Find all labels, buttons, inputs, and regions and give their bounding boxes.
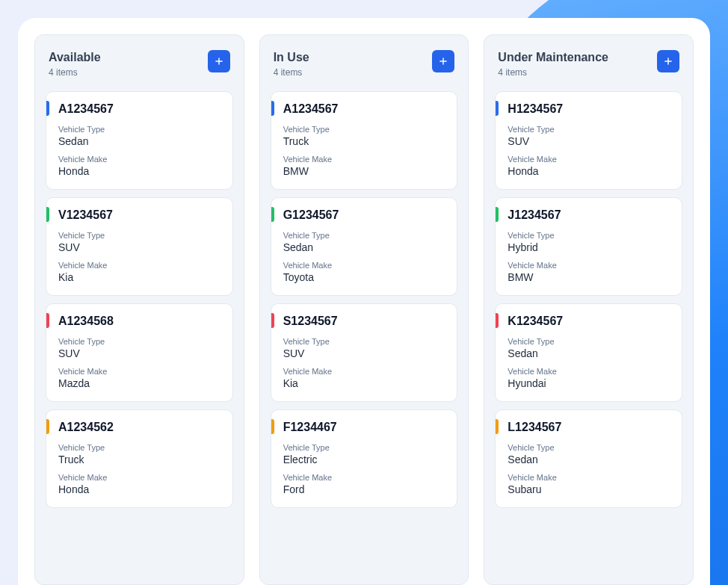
field-label: Vehicle Make: [283, 261, 445, 270]
field-vehicle-make: Vehicle Make BMW: [283, 155, 445, 177]
status-stripe: [46, 207, 49, 222]
column-available: Available 4 items A1234567 Vehicle Type …: [34, 34, 244, 585]
status-stripe: [46, 313, 49, 328]
field-label: Vehicle Type: [508, 337, 670, 346]
vehicle-card[interactable]: A1234568 Vehicle Type SUV Vehicle Make M…: [46, 303, 233, 402]
vehicle-card[interactable]: L1234567 Vehicle Type Sedan Vehicle Make…: [495, 409, 682, 508]
vehicle-card[interactable]: A1234562 Vehicle Type Truck Vehicle Make…: [46, 409, 233, 508]
field-value: BMW: [283, 165, 445, 177]
field-value: Truck: [58, 454, 220, 465]
field-label: Vehicle Type: [283, 231, 445, 240]
card-list: H1234567 Vehicle Type SUV Vehicle Make H…: [495, 91, 682, 508]
field-vehicle-type: Vehicle Type SUV: [283, 337, 445, 359]
field-label: Vehicle Make: [58, 261, 220, 270]
vehicle-id: A1234562: [58, 421, 220, 434]
field-vehicle-type: Vehicle Type Sedan: [508, 337, 670, 359]
vehicle-card[interactable]: G1234567 Vehicle Type Sedan Vehicle Make…: [271, 197, 458, 296]
field-value: Subaru: [508, 483, 670, 495]
plus-icon: [214, 56, 224, 66]
field-vehicle-make: Vehicle Make Toyota: [283, 261, 445, 283]
vehicle-id: H1234567: [508, 102, 670, 116]
column-header: Under Maintenance 4 items: [495, 46, 682, 78]
field-value: SUV: [283, 347, 445, 359]
field-label: Vehicle Type: [58, 443, 220, 452]
column-subtitle: 4 items: [274, 67, 309, 78]
field-value: SUV: [58, 241, 220, 253]
field-value: Kia: [283, 377, 445, 389]
vehicle-card[interactable]: J1234567 Vehicle Type Hybrid Vehicle Mak…: [495, 197, 682, 296]
vehicle-id: F1234467: [283, 421, 445, 434]
field-vehicle-type: Vehicle Type SUV: [508, 125, 670, 147]
column-heading: Under Maintenance 4 items: [498, 50, 608, 78]
plus-icon: [663, 56, 673, 66]
field-label: Vehicle Make: [508, 155, 670, 164]
field-label: Vehicle Make: [508, 367, 670, 376]
add-button[interactable]: [432, 50, 454, 72]
vehicle-id: L1234567: [508, 421, 670, 434]
column-title: Available: [49, 50, 101, 66]
field-value: Mazda: [58, 377, 220, 389]
column-subtitle: 4 items: [49, 67, 101, 78]
status-stripe: [271, 207, 274, 222]
field-vehicle-make: Vehicle Make Kia: [58, 261, 220, 283]
field-vehicle-make: Vehicle Make BMW: [508, 261, 670, 283]
add-button[interactable]: [657, 50, 679, 72]
column-header: In Use 4 items: [271, 46, 458, 78]
field-value: SUV: [508, 135, 670, 147]
field-value: Honda: [508, 165, 670, 177]
field-value: Kia: [58, 271, 220, 283]
field-value: Truck: [283, 135, 445, 147]
column-header: Available 4 items: [46, 46, 233, 78]
vehicle-id: J1234567: [508, 208, 670, 222]
column-in-use: In Use 4 items A1234567 Vehicle Type Tru…: [259, 34, 469, 585]
vehicle-card[interactable]: A1234567 Vehicle Type Sedan Vehicle Make…: [46, 91, 233, 190]
field-value: Hybrid: [508, 241, 670, 253]
field-vehicle-make: Vehicle Make Honda: [58, 155, 220, 177]
field-label: Vehicle Type: [283, 443, 445, 452]
field-label: Vehicle Type: [283, 337, 445, 346]
vehicle-card[interactable]: A1234567 Vehicle Type Truck Vehicle Make…: [271, 91, 458, 190]
field-value: Toyota: [283, 271, 445, 283]
column-title: In Use: [274, 50, 309, 66]
field-vehicle-make: Vehicle Make Hyundai: [508, 367, 670, 389]
vehicle-card[interactable]: S1234567 Vehicle Type SUV Vehicle Make K…: [271, 303, 458, 402]
field-value: SUV: [58, 347, 220, 359]
field-vehicle-make: Vehicle Make Honda: [58, 473, 220, 495]
vehicle-card[interactable]: F1234467 Vehicle Type Electric Vehicle M…: [271, 409, 458, 508]
field-value: Sedan: [508, 454, 670, 465]
vehicle-id: G1234567: [283, 208, 445, 222]
field-value: BMW: [508, 271, 670, 283]
column-subtitle: 4 items: [498, 67, 608, 78]
field-vehicle-make: Vehicle Make Subaru: [508, 473, 670, 495]
status-stripe: [496, 419, 499, 434]
vehicle-id: K1234567: [508, 315, 670, 328]
field-vehicle-make: Vehicle Make Honda: [508, 155, 670, 177]
vehicle-card[interactable]: V1234567 Vehicle Type SUV Vehicle Make K…: [46, 197, 233, 296]
field-vehicle-make: Vehicle Make Ford: [283, 473, 445, 495]
field-label: Vehicle Make: [283, 367, 445, 376]
status-stripe: [496, 313, 499, 328]
field-vehicle-type: Vehicle Type Hybrid: [508, 231, 670, 253]
column-title: Under Maintenance: [498, 50, 608, 66]
status-stripe: [271, 419, 274, 434]
vehicle-id: A1234567: [283, 102, 445, 116]
field-vehicle-make: Vehicle Make Kia: [283, 367, 445, 389]
field-value: Honda: [58, 483, 220, 495]
field-label: Vehicle Type: [508, 125, 670, 134]
plus-icon: [438, 56, 448, 66]
field-vehicle-type: Vehicle Type Truck: [58, 443, 220, 465]
vehicle-card[interactable]: H1234567 Vehicle Type SUV Vehicle Make H…: [495, 91, 682, 190]
field-label: Vehicle Make: [58, 473, 220, 482]
vehicle-id: V1234567: [58, 208, 220, 222]
add-button[interactable]: [208, 50, 230, 72]
vehicle-card[interactable]: K1234567 Vehicle Type Sedan Vehicle Make…: [495, 303, 682, 402]
field-vehicle-type: Vehicle Type Sedan: [508, 443, 670, 465]
status-stripe: [46, 419, 49, 434]
field-label: Vehicle Make: [283, 473, 445, 482]
main-panel: Available 4 items A1234567 Vehicle Type …: [18, 18, 710, 585]
field-label: Vehicle Make: [283, 155, 445, 164]
field-vehicle-type: Vehicle Type Sedan: [283, 231, 445, 253]
field-value: Ford: [283, 483, 445, 495]
field-vehicle-make: Vehicle Make Mazda: [58, 367, 220, 389]
card-list: A1234567 Vehicle Type Truck Vehicle Make…: [271, 91, 458, 508]
